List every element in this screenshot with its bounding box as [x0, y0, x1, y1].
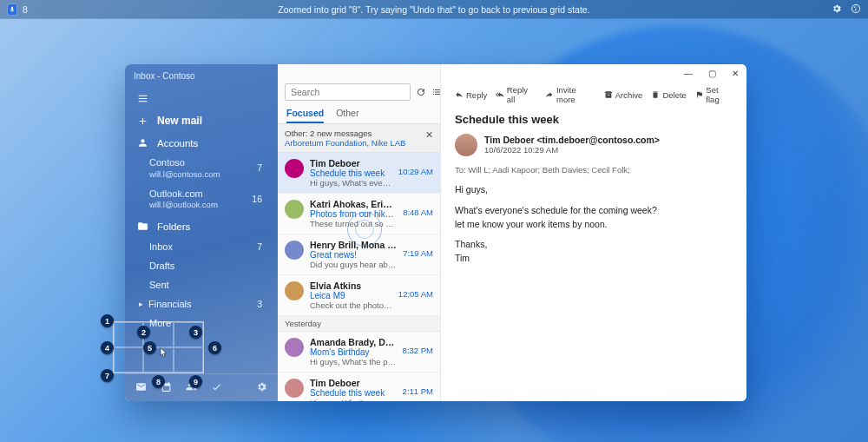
message-time: 8:48 AM: [403, 199, 433, 217]
reply-all-button[interactable]: Reply all: [496, 85, 536, 104]
set-flag-button[interactable]: Set flag: [695, 85, 733, 104]
account-outlook[interactable]: Outlook.com will.l@outlook.com 16: [125, 185, 278, 216]
message-preview: Did you guys hear about Robin': [310, 260, 397, 269]
message-preview: Hi guys, What's the plan for the: [310, 357, 397, 366]
reply-button[interactable]: Reply: [455, 85, 487, 104]
message-actions: Reply Reply all Invite more Archive Dele…: [455, 85, 733, 104]
message-time: 12:05 AM: [398, 280, 433, 299]
message-subject: Leica M9: [310, 291, 392, 300]
tab-focused[interactable]: Focused: [286, 108, 324, 123]
new-mail-button[interactable]: New mail: [125, 109, 278, 132]
avatar: [285, 241, 304, 260]
message-item[interactable]: Henry Brill, Mona Kane, Cecil FGreat new…: [278, 234, 440, 275]
message-item[interactable]: Elvia AtkinsLeica M9Check out the photos…: [278, 275, 440, 316]
message-from: Katri Ahokas, Erik Nason: [310, 199, 397, 209]
account-email: will.l@outlook.com: [149, 200, 252, 210]
mic-icon[interactable]: [7, 3, 17, 16]
help-icon[interactable]: [851, 3, 861, 16]
sent-date: 10/6/2022 10:29 AM: [484, 145, 660, 155]
recipients-line: To: Will L; Aadi Kapoor; Beth Davies; Ce…: [455, 165, 733, 175]
grid-number-2: 2: [137, 326, 150, 339]
other-summary-title: Other: 2 new messages: [285, 129, 433, 138]
invite-more-button[interactable]: Invite more: [545, 85, 595, 104]
folders-label: Folders: [157, 221, 190, 232]
sender-avatar: [455, 134, 477, 156]
message-subject: Schedule this week: [310, 388, 397, 398]
message-item[interactable]: Tim DeboerSchedule this weekHi guys, Wha…: [278, 373, 440, 401]
sender-name: Tim Deboer <tim.deboer@contoso.com>: [484, 135, 660, 145]
message-preview: These turned out so good! xx: [310, 219, 397, 228]
avatar: [285, 200, 304, 219]
message-time: 2:11 PM: [403, 378, 433, 396]
folder-label: Drafts: [149, 261, 174, 271]
account-name: Outlook.com: [149, 188, 252, 201]
message-preview: Hi guys, What's everyone's plan: [310, 398, 397, 401]
grid-number-7: 7: [101, 369, 114, 382]
voice-access-number: 8: [23, 4, 28, 15]
message-item[interactable]: Amanda Brady, Daisy PhillipsMom's Birthd…: [278, 332, 440, 373]
reading-subject: Schedule this week: [455, 113, 733, 126]
folder-sent[interactable]: Sent: [125, 275, 278, 294]
reading-pane: Reply Reply all Invite more Archive Dele…: [441, 64, 746, 401]
message-list: Tim DeboerSchedule this weekHi guys, Wha…: [278, 153, 440, 401]
message-item[interactable]: Katri Ahokas, Erik NasonPhotos from our …: [278, 194, 440, 234]
account-name: Contoso: [149, 157, 257, 169]
folder-inbox[interactable]: Inbox 7: [125, 237, 278, 256]
folder-drafts[interactable]: Drafts: [125, 256, 278, 275]
todo-icon[interactable]: [211, 381, 222, 394]
account-count: 16: [252, 194, 266, 205]
message-from: Tim Deboer: [310, 158, 392, 168]
close-icon[interactable]: ✕: [425, 129, 433, 141]
grid-number-5: 5: [143, 341, 156, 354]
folder-label: Sent: [149, 280, 169, 290]
message-from: Amanda Brady, Daisy Phillips: [310, 337, 397, 347]
tab-other[interactable]: Other: [336, 108, 358, 123]
message-preview: Check out the photos from this: [310, 300, 392, 310]
close-button[interactable]: ✕: [729, 68, 741, 80]
message-time: 8:32 PM: [403, 337, 433, 355]
other-summary-bar[interactable]: Other: 2 new messages Arboretum Foundati…: [278, 123, 440, 153]
settings-icon[interactable]: [832, 3, 842, 16]
folders-section[interactable]: Folders: [125, 215, 278, 237]
message-from: Henry Brill, Mona Kane, Cecil F: [310, 240, 397, 250]
date-divider: Yesterday: [278, 316, 440, 332]
menu-button[interactable]: [125, 88, 278, 109]
folder-label: More: [149, 318, 171, 328]
folder-financials[interactable]: ▸ Financials 3: [125, 294, 278, 313]
message-subject: Photos from our hike on Maple: [310, 209, 397, 219]
avatar: [285, 281, 304, 300]
folder-label: Inbox: [149, 241, 173, 252]
voice-access-bar: 8 Zoomed into grid "8". Try saying "Undo…: [0, 0, 868, 19]
grid-number-4: 4: [101, 341, 114, 354]
delete-button[interactable]: Delete: [651, 85, 686, 104]
grid-number-1: 1: [101, 314, 114, 327]
folder-count: 7: [257, 241, 266, 252]
refresh-icon[interactable]: [416, 86, 426, 98]
archive-button[interactable]: Archive: [604, 85, 643, 104]
accounts-section[interactable]: Accounts: [125, 132, 278, 154]
message-list-pane: Focused Other Other: 2 new messages Arbo…: [278, 64, 441, 401]
grid-number-3: 3: [189, 326, 202, 339]
grid-number-9: 9: [189, 375, 202, 388]
message-preview: Hi guys, What's everyone's sche: [310, 178, 392, 188]
settings-icon[interactable]: [256, 381, 267, 394]
minimize-button[interactable]: —: [682, 68, 694, 80]
mail-icon[interactable]: [135, 381, 147, 394]
grid-number-6: 6: [208, 341, 221, 354]
folder-label: Financials: [148, 299, 192, 309]
message-subject: Great news!: [310, 250, 397, 260]
message-subject: Mom's Birthday: [310, 347, 397, 357]
folder-count: 3: [257, 299, 266, 309]
message-from: Tim Deboer: [310, 378, 397, 388]
accounts-label: Accounts: [157, 138, 198, 148]
avatar: [285, 338, 304, 357]
account-count: 7: [257, 162, 266, 174]
search-input[interactable]: [285, 83, 411, 101]
maximize-button[interactable]: ▢: [706, 68, 718, 80]
account-contoso[interactable]: Contoso will.l@contoso.com 7: [125, 154, 278, 185]
message-subject: Schedule this week: [310, 168, 392, 178]
new-mail-label: New mail: [157, 115, 202, 127]
message-time: 10:29 AM: [398, 158, 433, 176]
message-item[interactable]: Tim DeboerSchedule this weekHi guys, Wha…: [278, 153, 440, 194]
message-body: Hi guys, What's everyone's schedule for …: [455, 183, 733, 273]
